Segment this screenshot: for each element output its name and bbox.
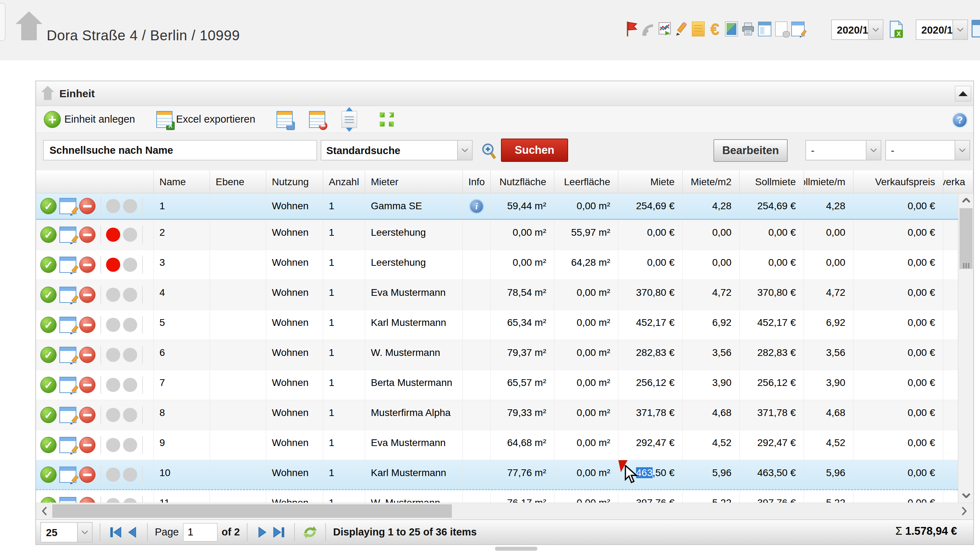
edit-icon[interactable] [59,497,76,503]
period-select-2[interactable]: 2020/1 [916,19,968,40]
table-row[interactable]: ✓5Wohnen1Karl Mustermann65,34 m²0,00 m²4… [36,310,958,340]
deactivate-icon[interactable] [79,437,95,453]
report-db-icon[interactable] [775,21,788,37]
status-dot-vacancy[interactable] [106,288,120,302]
cell-ebene[interactable] [210,250,266,279]
cell-nutzflaeche[interactable]: 64,68 m² [491,430,554,460]
cell-anzahl[interactable]: 1 [323,220,365,249]
status-dot-vacancy[interactable] [106,348,120,362]
cell-nutzung[interactable]: Wohnen [266,280,323,310]
column-header-actions[interactable] [36,170,154,193]
chevron-down-icon[interactable] [866,141,881,160]
column-header-ebene[interactable]: Ebene [210,170,266,193]
cell-miete_m2[interactable]: 5,22 [682,490,740,503]
cell-verkaufspreis[interactable]: 0,00 € [853,370,943,400]
cell-miete_m2[interactable]: 0,00 [682,220,740,249]
cell-nutzflaeche[interactable]: 59,44 m² [491,193,554,219]
chevron-down-icon[interactable] [457,141,472,160]
cell-mieter[interactable]: W. Mustermann [365,490,463,503]
cell-miete_m2[interactable]: 3,56 [682,340,740,370]
activate-icon[interactable]: ✓ [40,497,57,503]
cell-nutzung[interactable]: Wohnen [266,193,323,219]
cell-leerflaeche[interactable]: 0,00 m² [554,193,618,219]
cell-anzahl[interactable]: 1 [323,370,365,400]
cell-name[interactable]: 2 [154,220,210,249]
column-header-miete_m2[interactable]: Miete/m2 [682,170,740,193]
edit-icon[interactable] [59,437,76,453]
edit-button[interactable]: Bearbeiten [713,139,788,162]
notes-icon[interactable] [692,21,705,37]
cell-verkaufspreis[interactable]: 0,00 € [853,280,943,310]
cell-miete_m2[interactable]: 4,52 [682,430,740,460]
cell-sollmiete[interactable]: 397,76 € [740,490,804,503]
column-header-info[interactable]: Info [463,170,491,193]
column-header-anzahl[interactable]: Anzahl [323,170,365,193]
euro-icon[interactable]: € [708,21,722,37]
cell-sollverkaufspreis[interactable] [943,220,958,249]
rss-icon[interactable] [642,21,655,37]
column-header-name[interactable]: Name [154,170,210,193]
status-dot-secondary[interactable] [123,378,137,392]
column-header-leerflaeche[interactable]: Leerfläche [554,170,618,193]
status-dot-secondary[interactable] [123,468,137,482]
cell-nutzflaeche[interactable]: 79,33 m² [491,400,554,430]
cell-ebene[interactable] [210,310,266,340]
cell-leerflaeche[interactable]: 0,00 m² [554,370,618,400]
cell-sollmiete[interactable]: 292,47 € [740,430,804,460]
vertical-scroll-thumb[interactable] [959,208,972,269]
activate-icon[interactable]: ✓ [40,317,57,333]
cell-ebene[interactable] [210,280,266,310]
cell-sollmiete_m2[interactable]: 0,00 [804,250,853,279]
cell-nutzung[interactable]: Wohnen [266,400,323,430]
activate-icon[interactable]: ✓ [40,227,57,243]
expand-button[interactable] [378,111,395,128]
cell-verkaufspreis[interactable]: 0,00 € [853,430,943,460]
cell-name[interactable]: 11 [154,490,210,503]
table-save-button[interactable] [277,111,293,128]
info-icon[interactable]: i [469,199,484,214]
status-dot-vacancy[interactable] [106,258,120,272]
cell-verkaufspreis[interactable]: 0,00 € [853,340,943,370]
cell-leerflaeche[interactable]: 0,00 m² [554,310,618,340]
cell-ebene[interactable] [210,370,266,400]
cell-mieter[interactable]: Musterfirma Alpha [365,400,463,430]
table-delete-button[interactable] [309,111,325,128]
filter-select-1[interactable]: - [805,140,881,160]
cell-sollmiete[interactable]: 0,00 € [740,220,804,249]
zoom-search-icon[interactable] [481,143,497,162]
cell-sollmiete[interactable]: 256,12 € [740,370,804,400]
activate-icon[interactable]: ✓ [40,377,57,393]
cell-leerflaeche[interactable]: 0,00 m² [554,340,618,370]
quick-search-input[interactable] [43,140,317,160]
cell-nutzflaeche[interactable]: 79,37 m² [491,340,554,370]
chart-export-icon[interactable] [658,21,672,37]
cell-sollmiete_m2[interactable]: 3,56 [804,340,853,370]
cell-name[interactable]: 4 [154,280,210,310]
cell-ebene[interactable] [210,400,266,430]
cell-anzahl[interactable]: 1 [323,250,365,279]
cell-sollverkaufspreis[interactable] [943,400,958,430]
cell-mieter[interactable]: Berta Mustermann [365,370,463,400]
cell-verkaufspreis[interactable]: 0,00 € [853,310,943,340]
table-row[interactable]: ✓1Wohnen1Gamma SEi59,44 m²0,00 m²254,69 … [36,193,958,220]
column-header-verkaufspreis[interactable]: Verkaufspreis [853,170,943,193]
cell-sollverkaufspreis[interactable] [943,460,958,489]
table-partial-icon[interactable] [972,20,980,38]
cell-nutzflaeche[interactable]: 0,00 m² [491,250,554,279]
column-header-miete[interactable]: Miete [618,170,682,193]
status-dot-vacancy[interactable] [106,498,120,503]
column-header-sollverkaufspreis[interactable]: Sollverka [943,170,973,193]
status-dot-secondary[interactable] [123,228,137,242]
status-dot-vacancy[interactable] [106,199,120,213]
cell-sollmiete_m2[interactable]: 4,52 [804,430,853,460]
map-icon[interactable] [725,21,738,37]
note-edit-icon[interactable] [791,21,805,37]
cell-anzahl[interactable]: 1 [323,490,365,503]
cell-miete[interactable]: 256,12 € [618,370,682,400]
cell-miete[interactable]: 254,69 € [618,193,682,219]
cell-leerflaeche[interactable]: 0,00 m² [554,280,618,310]
cell-verkaufspreis[interactable]: 0,00 € [853,193,943,219]
deactivate-icon[interactable] [79,227,95,243]
add-unit-button[interactable]: + Einheit anlegen [44,111,140,128]
deactivate-icon[interactable] [79,497,95,503]
